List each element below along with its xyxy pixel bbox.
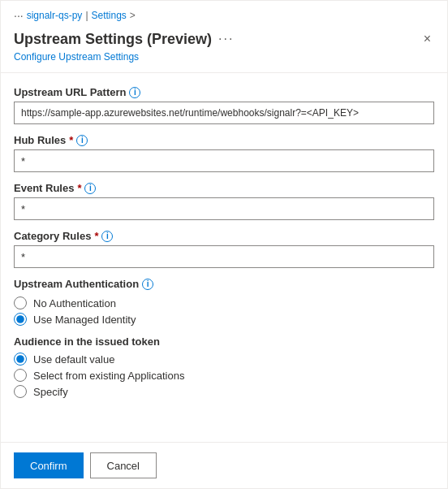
specify-option[interactable]: Specify	[14, 385, 434, 398]
managed-identity-label: Use Managed Identity	[33, 314, 136, 326]
breadcrumb-sep2: >	[130, 10, 136, 21]
audience-section: Audience in the issued token Use default…	[14, 335, 434, 398]
upstream-auth-label: Upstream Authentication i	[14, 278, 434, 290]
existing-apps-label: Select from existing Applications	[33, 370, 184, 382]
no-auth-radio[interactable]	[14, 296, 27, 309]
no-auth-label: No Authentication	[33, 297, 116, 309]
event-label: Event Rules * i	[14, 182, 434, 194]
header-left: Upstream Settings (Preview) ···	[14, 31, 234, 48]
event-rules-group: Event Rules * i	[14, 182, 434, 220]
hub-info-icon[interactable]: i	[76, 135, 88, 146]
breadcrumb-sep1: |	[85, 10, 88, 21]
breadcrumb-dots[interactable]: ···	[14, 9, 24, 22]
managed-identity-radio[interactable]	[14, 313, 27, 326]
header-divider	[1, 72, 447, 73]
page-title: Upstream Settings (Preview)	[14, 31, 212, 48]
cancel-button[interactable]: Cancel	[90, 452, 157, 478]
breadcrumb: ··· signalr-qs-py | Settings >	[1, 1, 447, 25]
category-label: Category Rules * i	[14, 230, 434, 242]
default-value-radio[interactable]	[14, 353, 27, 366]
default-value-option[interactable]: Use default value	[14, 353, 434, 366]
auth-radio-group: No Authentication Use Managed Identity	[14, 296, 434, 326]
existing-apps-option[interactable]: Select from existing Applications	[14, 369, 434, 382]
upstream-auth-group: Upstream Authentication i No Authenticat…	[14, 278, 434, 326]
category-required: *	[94, 230, 98, 242]
category-info-icon[interactable]: i	[101, 231, 113, 242]
url-pattern-group: Upstream URL Pattern i	[14, 86, 434, 124]
panel-header: Upstream Settings (Preview) ··· ×	[1, 25, 447, 51]
breadcrumb-settings[interactable]: Settings	[92, 10, 127, 21]
hub-label: Hub Rules * i	[14, 134, 434, 146]
event-required: *	[77, 182, 81, 194]
close-button[interactable]: ×	[420, 28, 434, 50]
confirm-button[interactable]: Confirm	[14, 452, 84, 478]
hub-input[interactable]	[14, 149, 434, 172]
event-input[interactable]	[14, 197, 434, 220]
url-info-icon[interactable]: i	[129, 87, 140, 98]
audience-radio-group: Use default value Select from existing A…	[14, 353, 434, 398]
upstream-settings-panel: ··· signalr-qs-py | Settings > Upstream …	[0, 0, 448, 489]
url-label: Upstream URL Pattern i	[14, 86, 434, 98]
managed-identity-option[interactable]: Use Managed Identity	[14, 313, 434, 326]
no-auth-option[interactable]: No Authentication	[14, 296, 434, 309]
form-content: Upstream URL Pattern i Hub Rules * i Eve…	[1, 80, 447, 442]
category-input[interactable]	[14, 245, 434, 268]
upstream-auth-info-icon[interactable]: i	[142, 279, 153, 290]
category-rules-group: Category Rules * i	[14, 230, 434, 268]
default-value-label: Use default value	[33, 353, 114, 366]
hub-required: *	[69, 134, 73, 146]
breadcrumb-signalr[interactable]: signalr-qs-py	[27, 10, 83, 21]
url-input[interactable]	[14, 102, 434, 124]
event-info-icon[interactable]: i	[84, 183, 96, 194]
hub-rules-group: Hub Rules * i	[14, 134, 434, 172]
footer: Confirm Cancel	[1, 442, 447, 488]
audience-label: Audience in the issued token	[14, 335, 434, 348]
specify-radio[interactable]	[14, 385, 27, 398]
specify-label: Specify	[33, 386, 68, 398]
subtitle: Configure Upstream Settings	[1, 51, 447, 72]
existing-apps-radio[interactable]	[14, 369, 27, 382]
header-more-icon[interactable]: ···	[218, 32, 234, 46]
